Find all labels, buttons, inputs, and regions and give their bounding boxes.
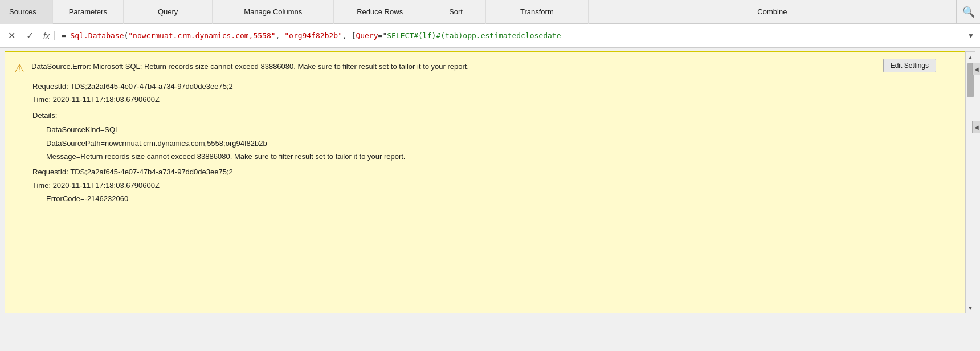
ribbon-item-transform-label: Transform (520, 7, 554, 16)
formula-confirm-button[interactable]: ✓ (21, 27, 39, 45)
scroll-up-icon: ▲ (967, 54, 973, 60)
ribbon-item-reduce-rows[interactable]: Reduce Rows (334, 0, 426, 24)
cancel-icon: ✕ (8, 30, 15, 41)
ribbon-item-reduce-rows-label: Reduce Rows (357, 7, 403, 16)
ribbon-item-combine-label: Combine (757, 7, 787, 16)
collapse-top-button[interactable]: ◀ (972, 63, 980, 75)
ribbon-item-query-label: Query (158, 7, 178, 16)
error-main-message: DataSource.Error: Microsoft SQL: Return … (31, 61, 469, 72)
error-request-id-1: RequestId: TDS;2a2af645-4e07-47b4-a734-9… (32, 80, 953, 93)
scroll-down-button[interactable]: ▼ (965, 303, 975, 313)
error-data-source-kind: DataSourceKind=SQL (46, 123, 953, 136)
ribbon-item-sources[interactable]: Sources (0, 0, 53, 24)
formula-expand-button[interactable]: ▼ (964, 27, 978, 45)
search-icon[interactable]: 🔍 (956, 0, 980, 24)
main-content: Edit Settings ⚠ DataSource.Error: Micros… (0, 51, 980, 313)
error-panel: Edit Settings ⚠ DataSource.Error: Micros… (5, 51, 965, 313)
error-time-1: Time: 2020-11-11T17:18:03.6790600Z (32, 93, 953, 106)
ribbon-nav: Sources Parameters Query Manage Columns … (0, 0, 980, 24)
error-error-code: ErrorCode=-2146232060 (46, 192, 953, 205)
expand-icon: ▼ (967, 32, 974, 40)
ribbon-item-manage-columns[interactable]: Manage Columns (213, 0, 334, 24)
edit-settings-label: Edit Settings (891, 62, 929, 70)
edit-settings-button[interactable]: Edit Settings (883, 59, 936, 72)
scroll-up-button[interactable]: ▲ (965, 52, 975, 62)
ribbon-item-manage-columns-label: Manage Columns (244, 7, 302, 16)
error-data-source-path: DataSourcePath=nowcrmuat.crm.dynamics.co… (46, 137, 953, 150)
formula-text: = Sql.Database("nowcrmuat.crm.dynamics.c… (59, 31, 964, 40)
ribbon-item-query[interactable]: Query (124, 0, 213, 24)
ribbon-item-sources-label: Sources (9, 7, 36, 16)
confirm-icon: ✓ (26, 30, 34, 41)
ribbon-item-sort[interactable]: Sort (426, 0, 486, 24)
scroll-down-icon: ▼ (967, 305, 973, 311)
ribbon-item-parameters-label: Parameters (69, 7, 107, 16)
error-header: ⚠ DataSource.Error: Microsoft SQL: Retur… (14, 61, 953, 75)
ribbon-item-combine[interactable]: Combine (589, 0, 956, 24)
collapse-bottom-button[interactable]: ◀ (972, 121, 980, 133)
fx-label: fx (39, 31, 55, 40)
formula-cancel-button[interactable]: ✕ (2, 27, 21, 45)
error-time-2: Time: 2020-11-11T17:18:03.6790600Z (32, 179, 953, 192)
ribbon-item-sort-label: Sort (449, 7, 463, 16)
ribbon-item-parameters[interactable]: Parameters (53, 0, 124, 24)
side-collapse-buttons: ◀ ◀ (972, 63, 980, 133)
error-message-detail: Message=Return records size cannot excee… (46, 150, 953, 163)
error-request-id-2: RequestId: TDS;2a2af645-4e07-47b4-a734-9… (32, 165, 953, 178)
formula-bar: ✕ ✓ fx = Sql.Database("nowcrmuat.crm.dyn… (0, 24, 980, 48)
error-container: Edit Settings ⚠ DataSource.Error: Micros… (5, 51, 975, 313)
warning-icon: ⚠ (14, 62, 24, 75)
error-details-label: Details: (32, 109, 953, 122)
ribbon-item-transform[interactable]: Transform (486, 0, 589, 24)
error-body: RequestId: TDS;2a2af645-4e07-47b4-a734-9… (32, 80, 953, 206)
